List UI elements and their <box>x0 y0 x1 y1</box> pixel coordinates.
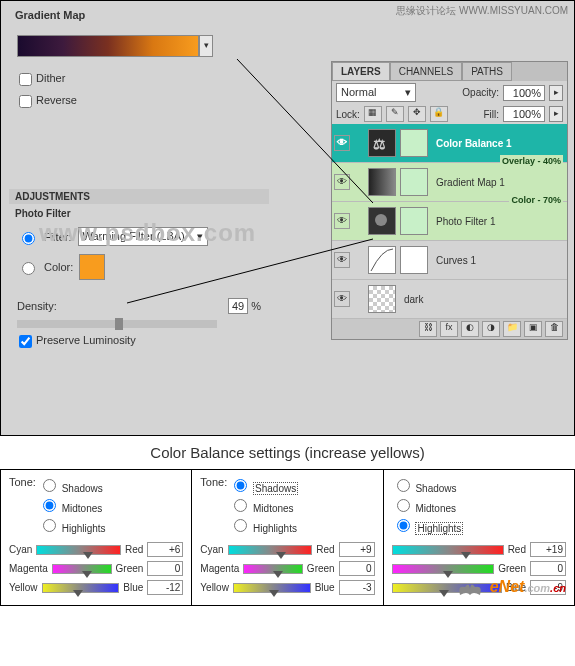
lock-trans-icon[interactable]: ▦ <box>364 106 382 122</box>
gradient-map-title: Gradient Map <box>9 5 249 25</box>
tone-shadows-radio[interactable] <box>397 479 410 492</box>
cyan-red-slider[interactable] <box>228 545 313 555</box>
new-layer-icon[interactable]: ▣ <box>524 321 542 337</box>
tab-layers[interactable]: LAYERS <box>332 62 390 81</box>
preserve-checkbox[interactable] <box>19 335 32 348</box>
cb-col-3: Shadows Midtones Highlights Red+19 Green… <box>384 470 574 605</box>
density-value[interactable]: 49 <box>228 298 248 314</box>
gradient-preview[interactable] <box>17 35 199 57</box>
yb-value[interactable]: -12 <box>147 580 183 595</box>
tone-midtones-radio[interactable] <box>43 499 56 512</box>
density-label: Density: <box>17 300 57 312</box>
tone-highlights-radio[interactable] <box>43 519 56 532</box>
reverse-checkbox[interactable] <box>19 95 32 108</box>
butterfly-icon <box>455 577 485 599</box>
overlay-note: Color - 70% <box>509 194 563 206</box>
visibility-icon[interactable]: 👁 <box>334 135 350 151</box>
layer-label: Photo Filter 1 <box>432 216 565 227</box>
layer-dark[interactable]: 👁 dark <box>332 280 567 319</box>
visibility-icon[interactable]: 👁 <box>334 174 350 190</box>
cb-col-2: Tone: Shadows Midtones Highlights CyanRe… <box>192 470 383 605</box>
color-balance-grid: Tone: Shadows Midtones Highlights CyanRe… <box>0 469 575 606</box>
lock-label: Lock: <box>336 109 360 120</box>
folder-icon[interactable]: 📁 <box>503 321 521 337</box>
color-label: Color: <box>44 261 73 273</box>
tone-label: Tone: <box>9 476 36 488</box>
cyan-red-slider[interactable] <box>36 545 121 555</box>
adjustments-panel: ADJUSTMENTS Photo Filter www.psdbox.com … <box>9 189 269 354</box>
opacity-dd[interactable]: ▸ <box>549 85 563 101</box>
magenta-green-slider[interactable] <box>392 564 495 574</box>
mask-icon[interactable]: ◐ <box>461 321 479 337</box>
opacity-value[interactable]: 100% <box>503 85 545 101</box>
magenta-green-slider[interactable] <box>52 564 112 574</box>
layer-thumb: ⚖ <box>368 129 396 157</box>
adjust-icon[interactable]: ◑ <box>482 321 500 337</box>
layer-mask <box>400 246 428 274</box>
top-region: 思缘设计论坛 WWW.MISSYUAN.COM Gradient Map ▾ D… <box>0 0 575 436</box>
color-swatch[interactable] <box>79 254 105 280</box>
blend-mode-select[interactable]: Normal ▾ <box>336 83 416 102</box>
layer-mask <box>400 129 428 157</box>
color-radio[interactable] <box>22 262 35 275</box>
preserve-label: Preserve Luminosity <box>36 334 136 346</box>
density-slider[interactable] <box>17 320 217 328</box>
reverse-label: Reverse <box>36 94 77 106</box>
gradient-dropdown[interactable]: ▾ <box>199 35 213 57</box>
tone-midtones-radio[interactable] <box>234 499 247 512</box>
yb-value[interactable]: -3 <box>339 580 375 595</box>
layer-thumb <box>368 246 396 274</box>
watermark-top: 思缘设计论坛 WWW.MISSYUAN.COM <box>396 4 568 18</box>
watermark-psdbox: www.psdbox.com <box>39 219 256 247</box>
mg-value[interactable]: 0 <box>339 561 375 576</box>
layer-thumb <box>368 168 396 196</box>
cr-value[interactable]: +19 <box>530 542 566 557</box>
tone-shadows-radio[interactable] <box>43 479 56 492</box>
yellow-blue-slider[interactable] <box>233 583 311 593</box>
cb-col-1: Tone: Shadows Midtones Highlights CyanRe… <box>1 470 192 605</box>
tone-highlights-radio[interactable] <box>397 519 410 532</box>
lock-move-icon[interactable]: ✥ <box>408 106 426 122</box>
tone-midtones-radio[interactable] <box>397 499 410 512</box>
layer-photo-filter[interactable]: Color - 70% 👁 Photo Filter 1 <box>332 202 567 241</box>
fill-label: Fill: <box>483 109 499 120</box>
visibility-icon[interactable]: 👁 <box>334 213 350 229</box>
layers-panel: LAYERS CHANNELS PATHS Normal ▾ Opacity: … <box>331 61 568 340</box>
magenta-green-slider[interactable] <box>243 564 303 574</box>
cr-value[interactable]: +9 <box>339 542 375 557</box>
layer-mask <box>400 168 428 196</box>
filter-radio[interactable] <box>22 232 35 245</box>
lock-paint-icon[interactable]: ✎ <box>386 106 404 122</box>
layer-thumb <box>368 207 396 235</box>
dither-checkbox[interactable] <box>19 73 32 86</box>
layer-label: Curves 1 <box>432 255 565 266</box>
mg-value[interactable]: 0 <box>530 561 566 576</box>
enet-logo: eNet.com.cn <box>455 577 566 599</box>
tone-shadows-radio[interactable] <box>234 479 247 492</box>
tone-label: Tone: <box>200 476 227 488</box>
overlay-note: Overlay - 40% <box>500 155 563 167</box>
dither-label: Dither <box>36 72 65 84</box>
panel-tabs: LAYERS CHANNELS PATHS <box>332 62 567 81</box>
tone-highlights-radio[interactable] <box>234 519 247 532</box>
opacity-label: Opacity: <box>462 87 499 98</box>
layer-curves[interactable]: 👁 Curves 1 <box>332 241 567 280</box>
fill-dd[interactable]: ▸ <box>549 106 563 122</box>
visibility-icon[interactable]: 👁 <box>334 252 350 268</box>
trash-icon[interactable]: 🗑 <box>545 321 563 337</box>
layer-footer-icons: ⛓ fx ◐ ◑ 📁 ▣ 🗑 <box>332 319 567 339</box>
tab-paths[interactable]: PATHS <box>462 62 512 81</box>
link-icon[interactable]: ⛓ <box>419 321 437 337</box>
layer-mask <box>400 207 428 235</box>
cr-value[interactable]: +6 <box>147 542 183 557</box>
layer-label: Color Balance 1 <box>432 138 565 149</box>
adjustments-header: ADJUSTMENTS <box>9 189 269 204</box>
fill-value[interactable]: 100% <box>503 106 545 122</box>
mg-value[interactable]: 0 <box>147 561 183 576</box>
tab-channels[interactable]: CHANNELS <box>390 62 462 81</box>
yellow-blue-slider[interactable] <box>42 583 120 593</box>
fx-icon[interactable]: fx <box>440 321 458 337</box>
cyan-red-slider[interactable] <box>392 545 504 555</box>
lock-all-icon[interactable]: 🔒 <box>430 106 448 122</box>
visibility-icon[interactable]: 👁 <box>334 291 350 307</box>
